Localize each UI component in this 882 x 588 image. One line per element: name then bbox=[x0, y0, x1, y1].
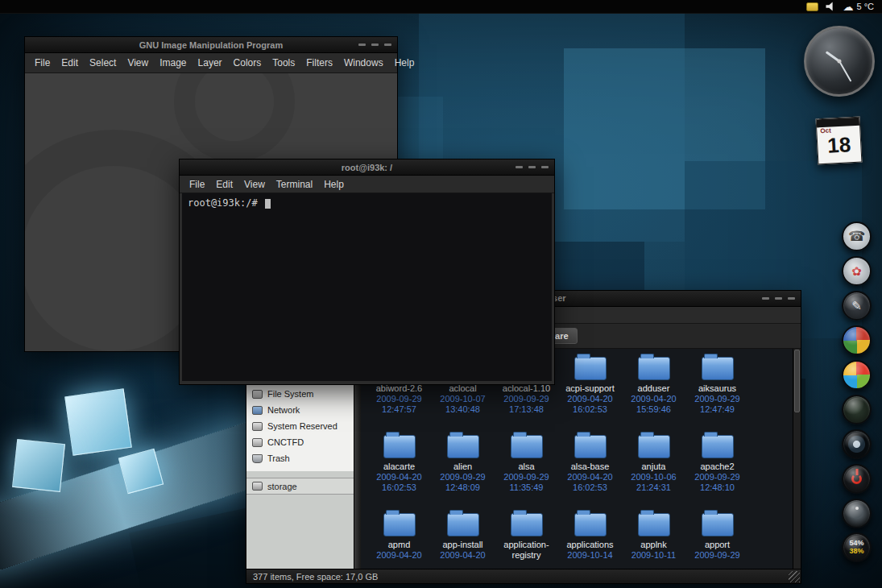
sidebar-item-cnctfd[interactable]: CNCTFD bbox=[246, 434, 354, 450]
folder-time: 12:47:57 bbox=[367, 404, 431, 415]
gimp-menu-tools[interactable]: Tools bbox=[267, 56, 300, 70]
terminal-titlebar[interactable]: root@i93k: / bbox=[180, 159, 554, 176]
folder-time: 12:48:10 bbox=[685, 482, 749, 493]
folder-item[interactable]: app-install2009-04-20 bbox=[431, 513, 495, 569]
sidebar-item-network[interactable]: Network bbox=[246, 402, 354, 418]
sidebar-item-file-system[interactable]: File System bbox=[246, 386, 354, 402]
close-button[interactable] bbox=[788, 297, 795, 300]
folder-time: 13:40:48 bbox=[431, 404, 495, 415]
terminal-menu-view[interactable]: View bbox=[239, 177, 270, 192]
gimp-menu-filters[interactable]: Filters bbox=[301, 56, 337, 70]
gimp-menu-select[interactable]: Select bbox=[85, 56, 121, 70]
gimp-menu-image[interactable]: Image bbox=[155, 56, 191, 70]
close-button[interactable] bbox=[541, 166, 549, 168]
minimize-button[interactable] bbox=[516, 166, 523, 168]
knob-indicator bbox=[855, 507, 859, 510]
resize-grip[interactable] bbox=[789, 571, 800, 582]
dock-icon-battery-monitor[interactable]: 54% 38% bbox=[842, 532, 872, 562]
folder-date: 2009-10-14 bbox=[558, 550, 622, 561]
folder-item[interactable]: application-registry bbox=[495, 513, 558, 569]
maximize-button[interactable] bbox=[528, 166, 536, 168]
terminal-menu-edit[interactable]: Edit bbox=[211, 177, 238, 192]
gimp-menu-file[interactable]: File bbox=[30, 56, 55, 70]
sidebar-item-label: Network bbox=[267, 405, 300, 415]
terminal-menu-terminal[interactable]: Terminal bbox=[271, 177, 317, 192]
folder-date: 2009-10-11 bbox=[622, 550, 685, 561]
gimp-titlebar[interactable]: GNU Image Manipulation Program bbox=[25, 37, 397, 53]
folder-item[interactable]: apache22009-09-2912:48:10 bbox=[685, 435, 749, 513]
folder-item[interactable]: applnk2009-10-11 bbox=[622, 513, 685, 569]
sidebar-item-label: System Reserved bbox=[267, 421, 337, 431]
terminal-content[interactable]: root@i93k:/# bbox=[182, 193, 552, 381]
folder-date: 2009-09-29 bbox=[685, 472, 749, 482]
dock-icon-power[interactable] bbox=[842, 464, 872, 494]
calendar-day: 18 bbox=[818, 133, 861, 158]
close-button[interactable] bbox=[384, 43, 391, 46]
desktop[interactable]: GNU Image Manipulation Program File Edit… bbox=[0, 0, 882, 588]
folder-item[interactable]: acpi-support2009-04-2016:02:53 bbox=[558, 357, 622, 435]
folder-item[interactable]: adduser2009-04-2015:59:46 bbox=[622, 357, 685, 435]
dock-icon-windows-apps[interactable] bbox=[842, 360, 872, 390]
folder-icon bbox=[574, 513, 607, 536]
folder-name: acpi-support bbox=[558, 383, 622, 394]
drive-icon bbox=[252, 422, 263, 431]
maximize-button[interactable] bbox=[371, 43, 379, 46]
dock-icon-volume-knob[interactable] bbox=[842, 499, 872, 528]
minimize-button[interactable] bbox=[358, 43, 366, 46]
maximize-button[interactable] bbox=[775, 297, 782, 300]
sidebar-item-system-reserved[interactable]: System Reserved bbox=[246, 418, 354, 434]
gimp-menu-help[interactable]: Help bbox=[390, 56, 420, 70]
vertical-scrollbar[interactable] bbox=[793, 349, 801, 569]
terminal-cursor bbox=[265, 199, 271, 209]
folder-date: 2009-09-29 bbox=[685, 394, 749, 404]
drive-icon bbox=[252, 482, 263, 491]
folder-item[interactable]: anjuta2009-10-0621:24:31 bbox=[622, 435, 685, 513]
gimp-menu-layer[interactable]: Layer bbox=[193, 56, 227, 70]
gimp-menu-edit[interactable]: Edit bbox=[56, 56, 83, 70]
sidebar-item-storage[interactable]: storage bbox=[246, 478, 354, 495]
weather-applet[interactable]: ☁ 5 °C bbox=[843, 2, 874, 12]
sidebar-item-label: Trash bbox=[267, 453, 290, 463]
drive-icon bbox=[252, 390, 263, 399]
folder-date: 2009-09-29 bbox=[685, 550, 749, 561]
gimp-menu-colors[interactable]: Colors bbox=[229, 56, 267, 70]
sidebar-item-label: storage bbox=[267, 482, 297, 491]
dock-icon-gallery[interactable]: ✿ bbox=[842, 256, 872, 286]
sidebar-item-trash[interactable]: Trash bbox=[246, 450, 354, 466]
terminal-menu-help[interactable]: Help bbox=[319, 177, 349, 192]
notes-tray-icon[interactable] bbox=[806, 2, 818, 11]
calendar-widget: Oct 18 bbox=[816, 117, 863, 165]
minimize-button[interactable] bbox=[762, 297, 769, 300]
folder-name: apport bbox=[685, 540, 749, 550]
dock-icon-camera[interactable] bbox=[842, 429, 872, 459]
trash-icon bbox=[252, 454, 263, 463]
folder-item[interactable]: alacarte2009-04-2016:02:53 bbox=[367, 435, 431, 513]
folder-name: alacarte bbox=[367, 462, 431, 472]
gimp-menu-windows[interactable]: Windows bbox=[339, 56, 388, 70]
volume-icon[interactable] bbox=[826, 2, 835, 11]
folder-item[interactable]: alsa2009-09-2911:35:49 bbox=[495, 435, 558, 513]
folder-icon bbox=[447, 435, 479, 458]
folder-name: anjuta bbox=[622, 462, 685, 472]
folder-item[interactable]: aiksaurus2009-09-2912:47:49 bbox=[685, 357, 749, 435]
file-browser-statusbar: 377 items, Free space: 17,0 GB bbox=[246, 569, 801, 583]
folder-date: 2009-09-29 bbox=[495, 472, 558, 482]
folder-item[interactable]: alsa-base2009-04-2016:02:53 bbox=[558, 435, 622, 513]
folder-date: 2009-04-20 bbox=[367, 550, 431, 561]
folder-item[interactable]: applications2009-10-14 bbox=[558, 513, 622, 569]
dock-icon-archive[interactable] bbox=[842, 395, 872, 424]
folder-icon bbox=[383, 435, 416, 458]
dock-icon-paint[interactable]: ✎ bbox=[842, 291, 872, 321]
status-text: 377 items, Free space: 17,0 GB bbox=[253, 572, 378, 582]
folder-item[interactable]: apport2009-09-29 bbox=[685, 513, 749, 569]
folder-item[interactable]: alien2009-09-2912:48:09 bbox=[431, 435, 495, 513]
folder-item[interactable]: apmd2009-04-20 bbox=[367, 513, 431, 569]
folder-date: 2009-04-20 bbox=[558, 394, 622, 404]
dock-icon-package-manager[interactable] bbox=[842, 325, 872, 355]
terminal-menu-file[interactable]: File bbox=[184, 177, 209, 192]
scrollbar-thumb[interactable] bbox=[794, 350, 800, 412]
gimp-menu-view[interactable]: View bbox=[122, 56, 153, 70]
folder-name: application-registry bbox=[495, 540, 558, 560]
folder-time: 12:48:09 bbox=[431, 482, 495, 493]
dock-icon-phone[interactable]: ☎ bbox=[842, 222, 872, 251]
